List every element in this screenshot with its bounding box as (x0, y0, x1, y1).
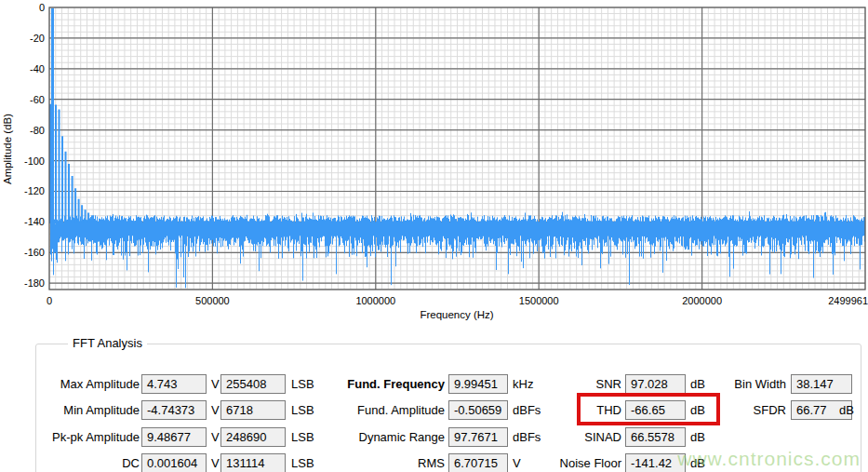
y-tick-label: -120 (24, 185, 45, 196)
y-tick-label: -180 (24, 277, 45, 289)
field-label-noise-floor: Noise Floor (380, 453, 621, 472)
field-unit-sinad: dB (690, 427, 705, 447)
field-label-max-amplitude: Max Amplitude (0, 374, 140, 394)
field-label-sfdr: SFDR (544, 400, 786, 420)
field-label-dc: DC (0, 453, 140, 472)
x-tick-label: 500000 (195, 295, 230, 306)
field-max-amplitude[interactable]: 4.743 (141, 374, 207, 394)
field-label-pk-pk-amplitude: Pk-pk Amplitude (0, 427, 140, 447)
x-tick-label: 0 (47, 295, 52, 306)
field-label-bin-width: Bin Width (544, 374, 786, 394)
x-tick-label: 1500000 (519, 295, 559, 306)
y-tick-label: 0 (39, 2, 45, 13)
fft-spectrum-chart: 0-20-40-60-80-100-120-140-160-1800500000… (0, 0, 868, 331)
field-sinad[interactable]: 66.5578 (625, 427, 686, 447)
field-unit-sfdr: dB (839, 400, 854, 420)
y-tick-label: -80 (30, 125, 45, 136)
x-tick-label: 1000000 (355, 295, 395, 306)
field-bin-width[interactable]: 38.147 (791, 374, 852, 394)
y-tick-label: -60 (30, 94, 45, 105)
y-axis-title: Amplitude (dB) (2, 114, 13, 184)
field-pk-pk-amplitude[interactable]: 9.48677 (141, 427, 207, 447)
field-min-amplitude[interactable]: -4.74373 (141, 400, 207, 420)
y-tick-label: -40 (30, 63, 45, 74)
fft-analysis-legend: FFT Analysis (68, 336, 147, 351)
x-tick-label: 2000000 (682, 295, 722, 306)
watermark: www.cntronics.com (677, 448, 861, 470)
y-tick-label: -100 (24, 155, 45, 167)
field-label-sinad: SINAD (380, 427, 621, 447)
y-tick-label: -160 (24, 247, 45, 258)
y-tick-label: -20 (30, 33, 45, 44)
x-tick-label: 2499961 (828, 295, 868, 306)
field-dc[interactable]: 0.001604 (141, 453, 207, 472)
y-tick-label: -140 (24, 216, 45, 227)
field-label-min-amplitude: Min Amplitude (0, 400, 140, 420)
x-axis-title: Frequency (Hz) (420, 309, 493, 320)
fft-analyzer-window: 0-20-40-60-80-100-120-140-160-1800500000… (0, 0, 868, 472)
